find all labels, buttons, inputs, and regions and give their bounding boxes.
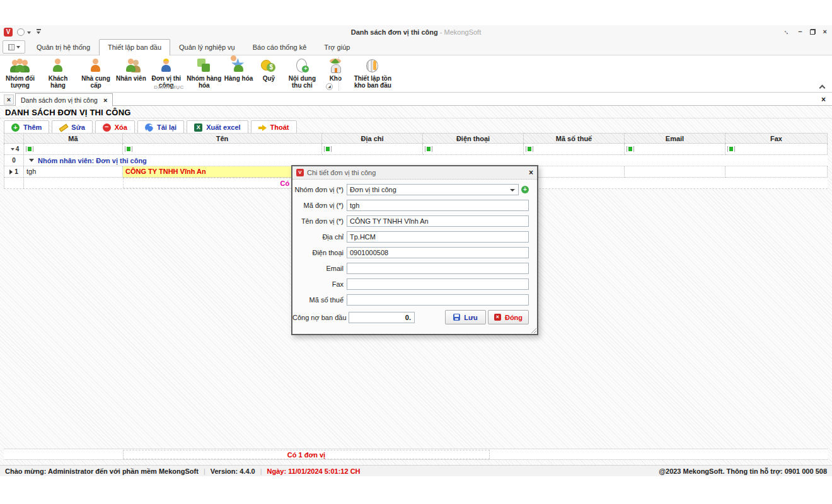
ribbon-item-label: Hàng hóa: [224, 75, 253, 82]
action-button-icon: [103, 123, 111, 132]
grid-header-cell[interactable]: Mã số thuế: [524, 133, 625, 144]
save-button[interactable]: Lưu: [445, 310, 486, 324]
field-label: Điện thoại: [292, 249, 347, 256]
grid-filter-cell[interactable]: [24, 144, 123, 155]
action-button-icon: [145, 123, 153, 132]
dialog-fields: Nhóm đơn vị (*) Đơn vị thi công + Mã đơn…: [292, 184, 537, 306]
field-value: tgh: [350, 202, 359, 209]
field-input[interactable]: CÔNG TY TNHH Vĩnh An: [347, 215, 529, 227]
action-button-label: Tải lại: [157, 123, 176, 131]
close-document-button[interactable]: ×: [821, 94, 826, 105]
group-expand-icon[interactable]: [29, 159, 34, 162]
ribbon-tab[interactable]: Quản trị hệ thống: [28, 39, 99, 55]
dialog-title: Chi tiết đơn vị thi công: [307, 169, 376, 176]
grid-filter-cell[interactable]: [123, 144, 322, 155]
close-icon[interactable]: ×: [103, 96, 107, 104]
title-bar: V Danh sách đơn vị thi công - MekongSoft…: [0, 25, 832, 39]
filter-edit-icon[interactable]: [324, 146, 332, 152]
grid-header-cell[interactable]: Điện thoại: [423, 133, 524, 144]
window-title-suffix: - MekongSoft: [440, 28, 481, 36]
action-button[interactable]: Sửa: [52, 120, 92, 134]
ribbon-group-label: DANH MỤC: [4, 84, 334, 90]
chevron-down-icon[interactable]: [510, 189, 515, 192]
ribbon-tab[interactable]: Quản lý nghiệp vụ: [170, 39, 244, 55]
field-label: Tên đơn vị (*): [292, 217, 347, 225]
field-input[interactable]: Đơn vị thi công: [347, 184, 519, 195]
ribbon-item-icon: [195, 57, 213, 74]
ribbon-item-icon: [122, 57, 140, 74]
close-tab-group-button[interactable]: ×: [4, 94, 14, 105]
footer-summary-text: Có 1 đơn vị: [123, 450, 490, 459]
field-input[interactable]: 0901000508: [347, 247, 529, 258]
status-bar: Chào mừng: Administrator đến với phần mề…: [0, 465, 832, 476]
action-button-label: Xuất excel: [206, 123, 240, 131]
field-input[interactable]: Tp.HCM: [347, 231, 529, 243]
ribbon-tab[interactable]: Trợ giúp: [315, 39, 359, 55]
ribbon-tab-bar: Quản trị hệ thống Thiết lập ban đầu Quản…: [0, 39, 832, 55]
window-layout-icon: [8, 44, 14, 50]
field-input[interactable]: tgh: [347, 200, 529, 211]
action-button[interactable]: Thêm: [4, 120, 49, 134]
ribbon-item[interactable]: Quỹ: [254, 57, 283, 83]
field-input[interactable]: [347, 263, 529, 274]
resize-grip[interactable]: [530, 327, 536, 333]
cell-email[interactable]: [625, 166, 725, 178]
action-button[interactable]: Xuất excel: [187, 120, 248, 134]
ribbon-item-label: Thiết lập tồn kho ban đầu: [351, 75, 394, 89]
field-label: Email: [292, 265, 347, 272]
minimize-icon[interactable]: −: [798, 27, 802, 37]
filter-edit-icon[interactable]: [425, 146, 432, 152]
cell-ma[interactable]: tgh: [24, 166, 123, 178]
debt-input[interactable]: 0.: [349, 312, 415, 323]
ribbon-item[interactable]: Thiết lập tồn kho ban đầu: [350, 57, 395, 89]
grid-header-cell[interactable]: Fax: [725, 133, 828, 144]
action-button[interactable]: Thoát: [251, 120, 297, 134]
filter-edit-icon[interactable]: [526, 146, 533, 152]
filter-edit-icon[interactable]: [727, 146, 735, 152]
cell-ma-so-thue[interactable]: [524, 166, 625, 178]
ribbon-tabs: Quản trị hệ thống Thiết lập ban đầu Quản…: [28, 39, 359, 55]
add-group-icon[interactable]: +: [521, 186, 529, 193]
cell-fax[interactable]: [725, 166, 828, 178]
grid-header-cell[interactable]: Mã: [24, 133, 123, 144]
filter-edit-icon[interactable]: [627, 146, 634, 152]
action-button-icon: [59, 123, 67, 132]
ribbon-item[interactable]: Kho: [321, 57, 350, 83]
group-row-indicator: 0: [4, 155, 24, 166]
ribbon-item-icon: [293, 57, 311, 74]
ribbon-item[interactable]: Hàng hóa: [223, 57, 255, 83]
grid-footer-row: Có 1 đơn vị: [4, 449, 828, 460]
restore-icon[interactable]: [810, 29, 816, 35]
fullscreen-icon[interactable]: ↔: [781, 26, 792, 37]
close-icon[interactable]: ×: [529, 168, 533, 177]
grid-filter-cell[interactable]: [524, 144, 625, 155]
ribbon-tab[interactable]: Thiết lập ban đầu: [99, 39, 170, 55]
filter-edit-icon[interactable]: [125, 146, 132, 152]
grid-header-cell[interactable]: Email: [625, 133, 725, 144]
filter-edit-icon[interactable]: [26, 146, 33, 152]
grid-filter-cell[interactable]: [322, 144, 423, 155]
document-tab-active[interactable]: Danh sách đơn vị thi công ×: [15, 93, 113, 106]
grid-filter-cell[interactable]: [725, 144, 828, 155]
field-input[interactable]: [347, 294, 529, 306]
grid-filter-cell[interactable]: [423, 144, 524, 155]
ribbon-tab[interactable]: Báo cáo thống kê: [244, 39, 316, 55]
grid-header-cell[interactable]: Địa chỉ: [322, 133, 423, 144]
action-button[interactable]: Tải lại: [137, 120, 184, 134]
ribbon-item-icon: [49, 57, 67, 74]
grid-filter-cell[interactable]: [625, 144, 725, 155]
application-menu-button[interactable]: [3, 40, 25, 54]
window-controls: ↔ − ×: [783, 27, 827, 37]
field-value: CÔNG TY TNHH Vĩnh An: [350, 217, 429, 225]
chevron-down-icon: [16, 46, 20, 49]
action-button[interactable]: Xóa: [95, 120, 135, 134]
ribbon-item-icon: [326, 57, 344, 74]
collapse-ribbon-icon[interactable]: [819, 85, 826, 91]
close-icon[interactable]: ×: [823, 27, 827, 37]
date-text: Ngày: 11/01/2024 5:01:12 CH: [267, 467, 361, 475]
close-dialog-button[interactable]: × Đóng: [488, 310, 529, 324]
group-dialog-launcher-icon[interactable]: ◢: [326, 83, 333, 90]
grid-header-cell[interactable]: Tên: [123, 133, 322, 144]
field-input[interactable]: [347, 278, 529, 290]
ribbon-item[interactable]: Nhân viên: [115, 57, 147, 83]
